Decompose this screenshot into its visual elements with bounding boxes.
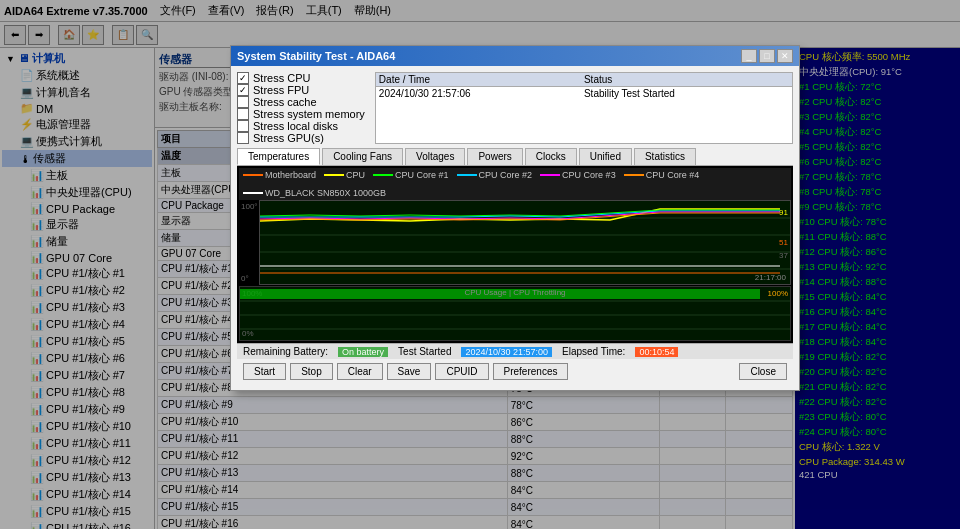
stress-fpu-checkbox[interactable] <box>237 84 249 96</box>
modal-titlebar: System Stability Test - AIDA64 _ □ ✕ <box>231 46 799 66</box>
cpu-usage-label: CPU Usage | CPU Throttling <box>464 288 565 297</box>
log-datetime-header: Date / Time <box>379 74 584 85</box>
y-axis: 100° 0° <box>239 200 259 285</box>
modal-tabs: Temperatures Cooling Fans Voltages Power… <box>237 148 793 166</box>
modal-buttons: Start Stop Clear Save CPUID Preferences … <box>237 359 793 384</box>
y-zero: 0° <box>241 274 257 283</box>
modal-controls: _ □ ✕ <box>741 49 793 63</box>
stress-mem-checkbox[interactable] <box>237 108 249 120</box>
stress-gpu-label: Stress GPU(s) <box>253 132 324 144</box>
test-datetime-box: 2024/10/30 21:57:00 <box>461 347 552 357</box>
stress-fpu-label: Stress FPU <box>253 84 309 96</box>
stress-options: Stress CPU Stress FPU Stress cache Stres… <box>237 72 365 144</box>
tab-voltages[interactable]: Voltages <box>405 148 465 165</box>
log-entry-status: Stability Test Started <box>584 88 789 99</box>
legend-item-2: CPU Core #1 <box>373 170 449 180</box>
stress-disk-label: Stress local disks <box>253 120 338 132</box>
stress-cache-checkbox[interactable] <box>237 96 249 108</box>
stress-gpu-item: Stress GPU(s) <box>237 132 365 144</box>
legend-item-0: Motherboard <box>243 170 316 180</box>
stress-disk-item: Stress local disks <box>237 120 365 132</box>
btn-save[interactable]: Save <box>387 363 432 380</box>
legend-item-6: WD_BLACK SN850X 1000GB <box>243 188 386 198</box>
stress-mem-item: Stress system memory <box>237 108 365 120</box>
modal-title: System Stability Test - AIDA64 <box>237 50 395 62</box>
test-started-label: Test Started <box>398 346 451 357</box>
tab-statistics[interactable]: Statistics <box>634 148 696 165</box>
stress-gpu-checkbox[interactable] <box>237 132 249 144</box>
legend-item-4: CPU Core #3 <box>540 170 616 180</box>
temp-chart: 21:17:00 91 51 37 <box>259 200 791 285</box>
elapsed-time-box: 00:10:54 <box>635 347 678 357</box>
legend-item-1: CPU <box>324 170 365 180</box>
log-entry: 2024/10/30 21:57:06 Stability Test Start… <box>376 87 792 100</box>
btn-stop[interactable]: Stop <box>290 363 333 380</box>
stress-cpu-checkbox[interactable] <box>237 72 249 84</box>
legend-item-3: CPU Core #2 <box>457 170 533 180</box>
modal-body: Stress CPU Stress FPU Stress cache Stres… <box>231 66 799 390</box>
chart-legend: MotherboardCPUCPU Core #1CPU Core #2CPU … <box>239 168 791 200</box>
btn-cpuid[interactable]: CPUID <box>435 363 488 380</box>
y-max: 100° <box>241 202 257 211</box>
btn-start[interactable]: Start <box>243 363 286 380</box>
legend-item-5: CPU Core #4 <box>624 170 700 180</box>
tab-coolingfans[interactable]: Cooling Fans <box>322 148 403 165</box>
stress-cpu-item: Stress CPU <box>237 72 365 84</box>
stress-cache-item: Stress cache <box>237 96 365 108</box>
btn-close[interactable]: Close <box>739 363 787 380</box>
stress-fpu-item: Stress FPU <box>237 84 365 96</box>
modal-maximize-btn[interactable]: □ <box>759 49 775 63</box>
stress-cpu-label: Stress CPU <box>253 72 310 84</box>
modal-minimize-btn[interactable]: _ <box>741 49 757 63</box>
tab-unified[interactable]: Unified <box>579 148 632 165</box>
log-status-header: Status <box>584 74 789 85</box>
btn-preferences[interactable]: Preferences <box>493 363 569 380</box>
log-header: Date / Time Status <box>376 73 792 87</box>
remaining-battery-label: Remaining Battery: <box>243 346 328 357</box>
stress-mem-label: Stress system memory <box>253 108 365 120</box>
modal-status-bar: Remaining Battery: On battery Test Start… <box>237 343 793 359</box>
stress-disk-checkbox[interactable] <box>237 120 249 132</box>
chart-area: MotherboardCPUCPU Core #1CPU Core #2CPU … <box>237 166 793 343</box>
elapsed-label: Elapsed Time: <box>562 346 625 357</box>
stability-test-modal: System Stability Test - AIDA64 _ □ ✕ Str… <box>230 45 800 391</box>
chart-svg <box>260 201 790 285</box>
status-log: Date / Time Status 2024/10/30 21:57:06 S… <box>375 72 793 144</box>
btn-clear[interactable]: Clear <box>337 363 383 380</box>
tab-powers[interactable]: Powers <box>467 148 522 165</box>
cpu-usage-chart: CPU Usage | CPU Throttling 100% 0% 100% <box>239 286 791 341</box>
log-entry-datetime: 2024/10/30 21:57:06 <box>379 88 584 99</box>
stress-cache-label: Stress cache <box>253 96 317 108</box>
tab-temperatures[interactable]: Temperatures <box>237 148 320 165</box>
modal-close-btn[interactable]: ✕ <box>777 49 793 63</box>
battery-indicator: On battery <box>338 347 388 357</box>
chart-with-axis: 100° 0° 21:17:00 91 51 37 <box>239 200 791 285</box>
button-spacer <box>572 363 735 380</box>
tab-clocks[interactable]: Clocks <box>525 148 577 165</box>
